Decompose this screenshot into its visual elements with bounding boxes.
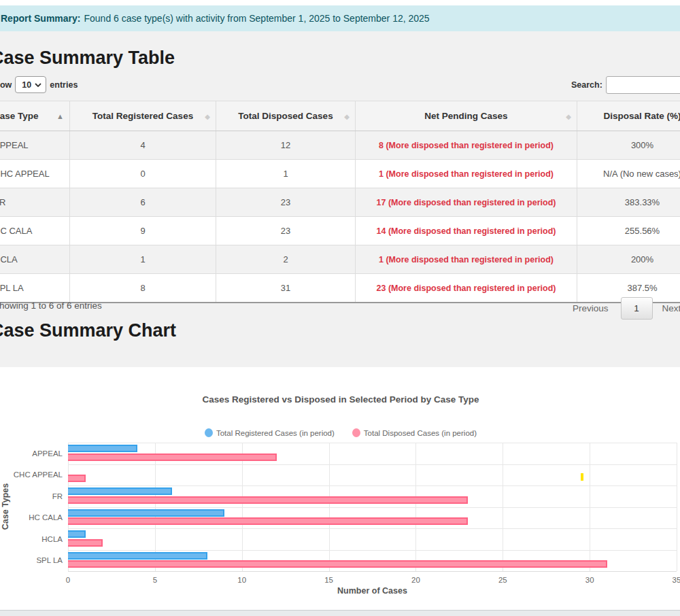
table-row: HCLA 1 2 1 (More disposed than registere…: [0, 245, 680, 274]
bar-registered-fr[interactable]: [68, 487, 172, 495]
next-button[interactable]: Next: [662, 303, 680, 313]
cell-disposal-rate: 200%: [577, 245, 680, 274]
table-info: Showing 1 to 6 of 6 entries: [0, 301, 102, 311]
x-tick-label: 5: [141, 576, 169, 584]
cell-case-type: HC CALA: [0, 217, 70, 245]
cell-disposed: 31: [216, 274, 356, 303]
table-row: CHC APPEAL 0 1 1 (More disposed than reg…: [0, 160, 680, 188]
cell-case-type: APPEAL: [0, 131, 70, 160]
gridline: [68, 464, 677, 465]
chart-legend: Total Registered Cases (in period) Total…: [0, 428, 680, 437]
cell-disposal-rate: 255.56%: [577, 217, 680, 245]
sort-icon: ◆: [205, 112, 210, 120]
bar-disposed-fr[interactable]: [68, 496, 468, 504]
cell-case-type: CHC APPEAL: [0, 160, 70, 188]
cell-net-pending: 1 (More disposed than registered in peri…: [356, 160, 577, 188]
x-tick-label: 25: [489, 576, 516, 584]
cell-net-pending: 17 (More disposed than registered in per…: [356, 188, 577, 217]
y-axis-title: Case Types: [1, 483, 10, 530]
cell-registered: 9: [70, 217, 216, 245]
cell-disposed: 12: [216, 131, 356, 160]
cell-disposal-rate: 383.33%: [577, 188, 680, 217]
cell-disposal-rate: N/A (No new cases): [577, 160, 680, 188]
chart-title: Cases Registered vs Disposed in Selected…: [0, 394, 680, 405]
y-category-label: HCLA: [0, 534, 63, 544]
y-category-label: FR: [0, 492, 63, 501]
bar-disposed-hcla[interactable]: [68, 539, 103, 547]
cell-disposed: 23: [216, 188, 356, 217]
bar-disposed-spl-la[interactable]: [68, 560, 607, 568]
sort-icon: ◆: [344, 112, 350, 120]
chart-plot: [68, 443, 677, 572]
show-entries-control: Show 10 entries: [0, 76, 78, 93]
case-summary-table: Case Type▲ Total Registered Cases◆ Total…: [0, 101, 680, 303]
cell-net-pending: 1 (More disposed than registered in peri…: [356, 245, 577, 274]
cell-disposed: 23: [216, 217, 356, 245]
cell-registered: 6: [70, 188, 216, 217]
column-header-disposal-rate[interactable]: Disposal Rate (%)◆: [577, 101, 680, 131]
cell-case-type: SPL LA: [0, 274, 70, 303]
sort-ascending-icon: ▲: [56, 112, 64, 120]
entries-select[interactable]: 10: [15, 76, 46, 93]
bar-registered-spl-la[interactable]: [68, 552, 207, 560]
banner-label: Report Summary:: [1, 13, 80, 24]
cell-registered: 4: [70, 131, 216, 160]
legend-label-disposed: Total Disposed Cases (in period): [364, 429, 477, 437]
cell-registered: 1: [70, 245, 216, 274]
bar-disposed-hc-cala[interactable]: [68, 517, 468, 525]
table-row: APPEAL 4 12 8 (More disposed than regist…: [0, 131, 680, 160]
cell-case-type: FR: [0, 188, 70, 217]
x-tick-label: 20: [402, 576, 429, 584]
chart-section-title: Case Summary Chart: [0, 320, 176, 341]
gridline: [68, 550, 677, 551]
legend-swatch-registered: [205, 428, 213, 437]
table-header-row: Case Type▲ Total Registered Cases◆ Total…: [0, 101, 680, 131]
bar-registered-hcla[interactable]: [68, 530, 86, 538]
cell-case-type: HCLA: [0, 245, 70, 274]
pagination: Previous 1 Next: [573, 297, 680, 320]
x-tick-label: 10: [228, 576, 256, 584]
cell-net-pending: 23 (More disposed than registered in per…: [356, 274, 577, 303]
cell-net-pending: 8 (More disposed than registered in peri…: [356, 131, 577, 160]
y-category-label: CHC APPEAL: [0, 470, 63, 479]
sort-icon: ◆: [566, 112, 571, 120]
gridline: [68, 443, 677, 443]
page-1-button[interactable]: 1: [621, 297, 653, 320]
x-tick-label: 15: [316, 576, 343, 584]
previous-button[interactable]: Previous: [573, 303, 609, 313]
bar-registered-hc-cala[interactable]: [68, 509, 224, 517]
column-header-registered[interactable]: Total Registered Cases◆: [70, 101, 216, 131]
gridline: [677, 443, 677, 571]
report-summary-banner: Report Summary: Found 6 case type(s) wit…: [0, 5, 680, 31]
legend-item-registered[interactable]: Total Registered Cases (in period): [205, 428, 335, 437]
column-header-net-pending[interactable]: Net Pending Cases◆: [356, 101, 577, 131]
search-label: Search:: [571, 80, 602, 90]
cell-registered: 0: [70, 160, 216, 188]
search-control: Search:: [571, 76, 680, 94]
x-tick-label: 30: [576, 576, 603, 584]
x-tick-label: 35: [663, 576, 680, 584]
y-category-label: HC CALA: [0, 513, 63, 522]
cell-disposed: 1: [216, 160, 356, 188]
cell-registered: 8: [70, 274, 216, 303]
chart-card: Cases Registered vs Disposed in Selected…: [0, 367, 680, 610]
yellow-glitch-mark: [581, 473, 583, 481]
bar-disposed-appeal[interactable]: [68, 454, 277, 461]
cell-disposed: 2: [216, 245, 356, 274]
column-header-disposed[interactable]: Total Disposed Cases◆: [216, 101, 356, 131]
search-input[interactable]: [606, 76, 680, 94]
table-row: HC CALA 9 23 14 (More disposed than regi…: [0, 217, 680, 245]
bar-disposed-chc-appeal[interactable]: [68, 475, 86, 482]
entries-label: entries: [50, 80, 78, 90]
entries-select-value: 10: [22, 80, 31, 90]
legend-label-registered: Total Registered Cases (in period): [216, 429, 335, 437]
chevron-down-icon: [35, 83, 41, 87]
bar-registered-appeal[interactable]: [68, 445, 137, 452]
y-category-label: SPL LA: [0, 555, 63, 565]
column-header-case-type[interactable]: Case Type▲: [0, 101, 70, 131]
legend-item-disposed[interactable]: Total Disposed Cases (in period): [352, 428, 477, 437]
cell-disposal-rate: 300%: [577, 131, 680, 160]
cell-net-pending: 14 (More disposed than registered in per…: [356, 217, 577, 245]
show-label: Show: [0, 80, 12, 90]
table-row: FR 6 23 17 (More disposed than registere…: [0, 188, 680, 217]
